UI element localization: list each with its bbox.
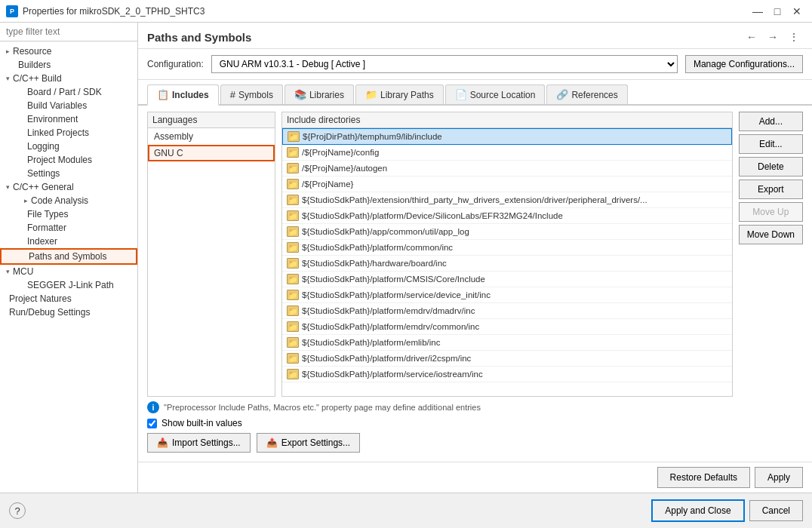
dir-item[interactable]: ${StudioSdkPath}/platform/emlib/inc xyxy=(282,335,732,351)
tab-library-paths[interactable]: 📁 Library Paths xyxy=(355,84,444,104)
export-icon: 📤 xyxy=(266,437,278,448)
dir-item[interactable]: ${StudioSdkPath}/app/common/util/app_log xyxy=(282,224,732,240)
move-up-button[interactable]: Move Up xyxy=(739,202,803,222)
checkbox-row: Show built-in values xyxy=(147,416,803,433)
close-button[interactable]: ✕ xyxy=(788,3,806,20)
folder-icon xyxy=(287,305,299,316)
folder-icon xyxy=(287,290,299,300)
help-button[interactable]: ? xyxy=(9,502,26,519)
dir-item[interactable]: ${StudioSdkPath}/platform/service/device… xyxy=(282,287,732,303)
folder-icon xyxy=(287,242,299,253)
tab-includes[interactable]: 📋 Includes xyxy=(147,84,219,106)
sidebar-item-label: Settings xyxy=(27,168,60,179)
move-down-button[interactable]: Move Down xyxy=(739,225,803,244)
sidebar-filter-input[interactable] xyxy=(0,23,137,41)
sidebar-item-label: Indexer xyxy=(27,236,57,247)
dir-item[interactable]: /${ProjName}/config xyxy=(282,145,732,161)
minimize-button[interactable]: — xyxy=(749,3,767,20)
dir-item[interactable]: ${StudioSdkPath}/hardware/board/inc xyxy=(282,256,732,272)
sidebar-item-formatter[interactable]: Formatter xyxy=(0,221,137,235)
sidebar-item-label: Project Natures xyxy=(9,293,72,304)
directories-pane: Include directories ${ProjDirPath}/temph… xyxy=(281,112,733,397)
cancel-button[interactable]: Cancel xyxy=(749,500,803,521)
sidebar-item-cpp-general[interactable]: C/C++ General xyxy=(0,180,137,194)
sidebar-item-run-debug[interactable]: Run/Debug Settings xyxy=(0,305,137,319)
arrow-icon xyxy=(24,197,28,204)
manage-configurations-button[interactable]: Manage Configurations... xyxy=(685,55,803,73)
languages-pane-header: Languages xyxy=(147,112,275,127)
settings-buttons: 📥 Import Settings... 📤 Export Settings..… xyxy=(147,433,803,456)
panel-header: Paths and Symbols ← → ⋮ xyxy=(138,23,812,49)
configuration-select[interactable]: GNU ARM v10.3.1 - Debug [ Active ] xyxy=(211,55,678,73)
dir-item[interactable]: /${ProjName}/autogen xyxy=(282,161,732,177)
sidebar-item-board[interactable]: Board / Part / SDK xyxy=(0,85,137,99)
references-tab-icon: 🔗 xyxy=(556,89,568,100)
sidebar-item-mcu[interactable]: MCU xyxy=(0,265,137,278)
sidebar-item-label: Formatter xyxy=(27,223,66,233)
dir-item[interactable]: ${StudioSdkPath}/platform/service/iostre… xyxy=(282,367,732,382)
maximize-button[interactable]: □ xyxy=(768,3,786,20)
sidebar-item-resource[interactable]: Resource xyxy=(0,45,137,58)
window-controls: — □ ✕ xyxy=(749,3,806,20)
footer-left: ? xyxy=(9,502,26,519)
forward-button[interactable]: → xyxy=(764,29,782,45)
sidebar-item-project-modules[interactable]: Project Modules xyxy=(0,153,137,167)
page-title: Paths and Symbols xyxy=(147,31,251,44)
arrow-icon xyxy=(6,268,10,275)
sidebar-item-file-types[interactable]: File Types xyxy=(0,207,137,221)
import-settings-button[interactable]: 📥 Import Settings... xyxy=(147,433,251,453)
sidebar-item-label: Paths and Symbols xyxy=(29,251,106,262)
dir-item[interactable]: ${StudioSdkPath}/extension/third_party_h… xyxy=(282,192,732,208)
sidebar-item-segger[interactable]: SEGGER J-Link Path xyxy=(0,278,137,292)
sidebar-item-linked-projects[interactable]: Linked Projects xyxy=(0,126,137,140)
sidebar-item-cpp-build[interactable]: C/C++ Build xyxy=(0,72,137,85)
sidebar-item-build-variables[interactable]: Build Variables xyxy=(0,99,137,112)
export-settings-button[interactable]: 📤 Export Settings... xyxy=(257,433,360,453)
tab-references[interactable]: 🔗 References xyxy=(546,84,627,104)
folder-icon xyxy=(288,131,300,142)
dir-item[interactable]: ${StudioSdkPath}/platform/CMSIS/Core/Inc… xyxy=(282,272,732,287)
dir-item[interactable]: /${ProjName} xyxy=(282,177,732,192)
back-button[interactable]: ← xyxy=(743,29,761,45)
show-built-in-checkbox[interactable] xyxy=(147,419,157,428)
libraries-tab-icon: 📚 xyxy=(294,89,306,100)
languages-list: Assembly GNU C xyxy=(147,127,275,397)
dir-item[interactable]: ${StudioSdkPath}/platform/Device/Silicon… xyxy=(282,208,732,224)
folder-icon xyxy=(287,258,299,269)
sidebar-item-paths-and-symbols[interactable]: Paths and Symbols xyxy=(0,248,137,265)
sidebar-item-logging[interactable]: Logging xyxy=(0,140,137,153)
sidebar-item-code-analysis[interactable]: Code Analysis xyxy=(0,194,137,207)
tab-source-location[interactable]: 📄 Source Location xyxy=(445,84,546,104)
dir-item[interactable]: ${StudioSdkPath}/platform/emdrv/dmadrv/i… xyxy=(282,303,732,319)
dialog-body: Resource Builders C/C++ Build Board / Pa… xyxy=(0,23,812,493)
restore-defaults-button[interactable]: Restore Defaults xyxy=(657,467,750,488)
sidebar-item-project-natures[interactable]: Project Natures xyxy=(0,292,137,305)
folder-icon xyxy=(287,179,299,189)
apply-and-close-button[interactable]: Apply and Close xyxy=(651,499,744,522)
language-item-gnu-c[interactable]: GNU C xyxy=(148,145,275,161)
apply-button[interactable]: Apply xyxy=(755,467,803,488)
dir-item[interactable]: ${ProjDirPath}/temphum9/lib/include xyxy=(282,128,732,145)
language-item-assembly[interactable]: Assembly xyxy=(148,128,275,145)
sidebar-tree: Resource Builders C/C++ Build Board / Pa… xyxy=(0,41,137,322)
sidebar-item-label: Resource xyxy=(13,46,51,57)
arrow-icon xyxy=(6,48,10,55)
tabs-bar: 📋 Includes # Symbols 📚 Libraries 📁 Libra… xyxy=(138,80,812,106)
dir-item[interactable]: ${StudioSdkPath}/platform/emdrv/common/i… xyxy=(282,319,732,335)
dir-item[interactable]: ${StudioSdkPath}/platform/driver/i2cspm/… xyxy=(282,351,732,367)
folder-icon xyxy=(287,195,299,205)
sidebar-item-indexer[interactable]: Indexer xyxy=(0,235,137,248)
delete-button[interactable]: Delete xyxy=(739,157,803,177)
edit-button[interactable]: Edit... xyxy=(739,134,803,154)
sidebar-item-settings[interactable]: Settings xyxy=(0,167,137,180)
sidebar-item-environment[interactable]: Environment xyxy=(0,112,137,126)
add-button[interactable]: Add... xyxy=(739,112,803,131)
export-button[interactable]: Export xyxy=(739,180,803,199)
more-button[interactable]: ⋮ xyxy=(785,29,803,45)
sidebar-item-builders[interactable]: Builders xyxy=(0,58,137,72)
folder-icon xyxy=(287,274,299,284)
tab-libraries[interactable]: 📚 Libraries xyxy=(285,84,354,104)
tab-symbols[interactable]: # Symbols xyxy=(220,84,283,104)
dir-item[interactable]: ${StudioSdkPath}/platform/common/inc xyxy=(282,240,732,256)
sidebar-item-label: SEGGER J-Link Path xyxy=(27,280,114,290)
